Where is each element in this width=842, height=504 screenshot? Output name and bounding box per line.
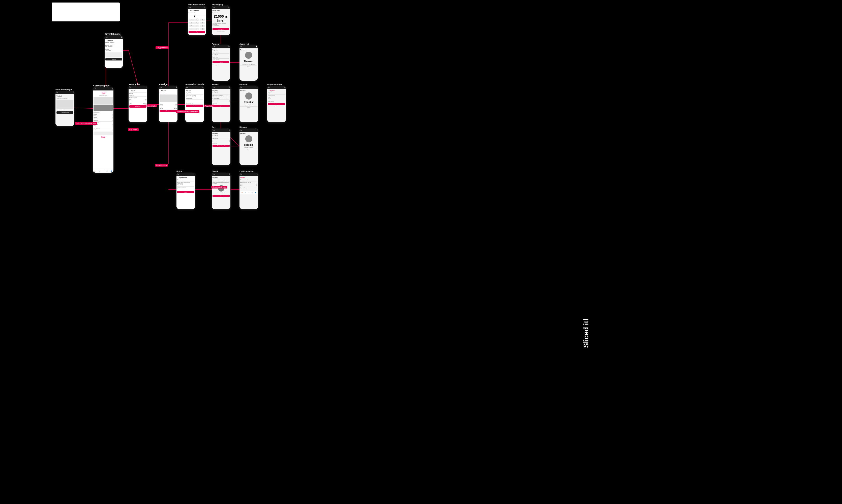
connector-buy-pfade: Buy pfade [128, 128, 139, 131]
flow-lines [0, 0, 842, 504]
connector-enter-details: Enter details [144, 105, 157, 107]
phone-helpdesk: 9:41▐ ← Pay now Help desk Contact suppor… [267, 86, 286, 122]
phone-allround: 9:41▐ Pay now Thanks! Payment confirmed … [239, 86, 258, 122]
phone-zahlung: 9:41▐ ← Did Hafenmaid Enter amount £___ … [188, 5, 206, 35]
connector-start-purchase: Start purchase H&M app [75, 122, 97, 125]
phone-antra: 9:41▐ ← Pay Bill Mathilda Pay £49.99 Pur… [129, 86, 147, 122]
connector-pay-pfade: Pay pfade [204, 105, 214, 107]
label-fullres: FullResolution [239, 170, 254, 173]
phone-sliced: 9:41▐ Pay now Your return has been repor… [212, 173, 230, 209]
label-helpdesk: helpdesk/return [267, 83, 282, 86]
phone-anmeld: 9:41▐ Pay now Pay £49.99 Choose pay now … [185, 86, 204, 122]
phone-blessed: 9:41▐ Pay now Sliced if! Your order is c… [239, 128, 258, 165]
connector-return-confirmed: Return confirmed [211, 186, 227, 188]
label-blessed: Blessed [239, 126, 247, 128]
label-allround: allround [239, 83, 248, 86]
svg-line-0 [74, 108, 93, 108]
phone-anmeld2: 9:41▐ Pay now Pay £49.99 Choose pay now … [212, 86, 230, 122]
label-sliced: Sliced [212, 170, 218, 173]
connector-purchase-info: Purchase info/confirmation [176, 110, 199, 113]
label-approved: Approved [239, 43, 249, 45]
phone-retex: 9:41▐ ← Report return Return order Pleas… [177, 173, 195, 209]
label-buy: Buy [212, 126, 216, 128]
svg-line-20 [129, 50, 138, 86]
connector-report-return: Report return [155, 164, 168, 166]
label-best: Bestätigung [212, 3, 223, 5]
label-retex: Retex [177, 170, 182, 173]
label-anmeldpro: Anmeldprozentile [185, 83, 204, 86]
phone-buy: 9:41▐ Pay now Buy £49.99 New £49.99 Amou… [212, 128, 230, 165]
sliced-itl-label: Sliced itl [582, 319, 590, 348]
label-zahlung: Zahlungsmethode [188, 3, 205, 5]
phone-approved: 9:41▐ Pay now Thanks! Your payment was a… [239, 45, 258, 80]
phone-anzeige: 9:41▐ ← Pay now Order summary Subtotal£4… [159, 86, 178, 122]
label-antra: AntraJolie [129, 83, 140, 86]
top-white-rect [52, 2, 120, 21]
phone-best: 9:41▐ Pay to profit Your transfer £1000 … [212, 5, 230, 35]
label-payzen: Payzen [212, 43, 219, 45]
label-hm: H&MHomepage [93, 85, 110, 87]
label-anmeld2: Anmeld [212, 83, 219, 86]
label-silver: SilverTabinline [105, 33, 121, 35]
phone-fullres: 9:41▐ Thanks! Return approved Refund amo… [239, 173, 258, 209]
phone-payzen: 9:41▐ Pay now Pay to £49.99 Pay £49.99 A… [212, 45, 230, 80]
phone-hm: 9:41▐ H&M Nadira Johannsson MY ACCOUNT O… [93, 87, 113, 173]
connector-pay-purchase: Pay purchase [156, 47, 169, 49]
phone-kundenvoyager: 9:41▐ Thanked Thank you for your order O… [55, 91, 74, 126]
label-anzeige: Anzeige [159, 83, 168, 86]
phone-silver: 9:41▐ ← Checkout Mathilda Johansson Addr… [105, 35, 123, 68]
label-kundenvoyager: Kundenvoyager [55, 88, 73, 91]
